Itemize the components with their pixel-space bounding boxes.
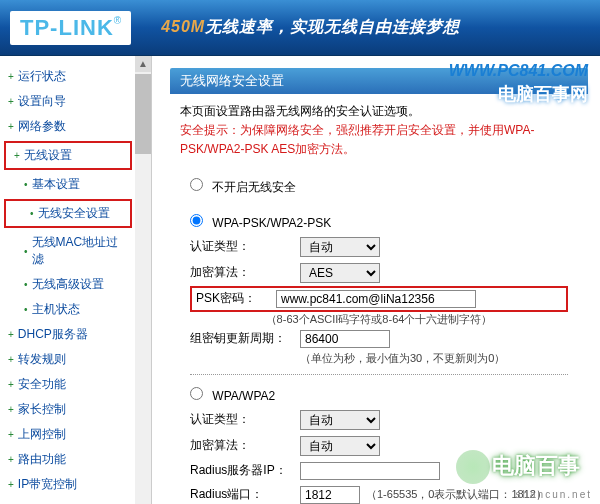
plus-icon: + (8, 479, 14, 490)
sidebar-item-label: 网络参数 (18, 118, 66, 135)
plus-icon: + (8, 121, 14, 132)
main-panel: WWW.PC841.COM 电脑百事网 电脑百事 shancun.net 无线网… (152, 56, 600, 504)
plus-icon: + (8, 454, 14, 465)
sidebar-item-4[interactable]: •基本设置 (0, 172, 136, 197)
sidebar-item-10[interactable]: +转发规则 (0, 347, 136, 372)
logo-text: TP-LINK (20, 15, 114, 40)
logo: TP-LINK® (10, 11, 131, 45)
sidebar-item-label: 设置向导 (18, 93, 66, 110)
radio-wpa-psk[interactable]: WPA-PSK/WPA2-PSK (190, 216, 331, 230)
radio-no-security[interactable]: 不开启无线安全 (190, 180, 296, 194)
radius-port-input[interactable] (300, 486, 360, 504)
sidebar-item-8[interactable]: •主机状态 (0, 297, 136, 322)
plus-icon: + (8, 329, 14, 340)
sidebar-item-label: 无线设置 (24, 147, 72, 164)
radio-wpa[interactable]: WPA/WPA2 (190, 389, 275, 403)
psk-hint: （8-63个ASCII码字符或8-64个十六进制字符） (190, 312, 568, 327)
plus-icon: + (8, 96, 14, 107)
watermark-shancun: 电脑百事 (456, 450, 580, 484)
sidebar-item-label: 转发规则 (18, 351, 66, 368)
sidebar-item-9[interactable]: +DHCP服务器 (0, 322, 136, 347)
radius-ip-label: Radius服务器IP： (190, 462, 300, 479)
psk-password-row: PSK密码： (190, 286, 568, 312)
plus-icon: + (8, 404, 14, 415)
radius-port-label: Radius端口： (190, 486, 300, 503)
auth-type-select[interactable]: 自动 (300, 237, 380, 257)
sidebar-item-6[interactable]: •无线MAC地址过滤 (0, 230, 136, 272)
sidebar-item-label: 安全功能 (18, 376, 66, 393)
sidebar-item-label: 上网控制 (18, 426, 66, 443)
sidebar-item-3[interactable]: +无线设置 (6, 143, 130, 168)
sidebar-item-label: 基本设置 (32, 176, 80, 193)
auth-type-label-2: 认证类型： (190, 411, 300, 428)
scroll-up-icon[interactable]: ▲ (135, 56, 151, 72)
scroll-thumb[interactable] (135, 74, 151, 154)
rekey-input[interactable] (300, 330, 390, 348)
sidebar-item-14[interactable]: +路由功能 (0, 447, 136, 472)
watermark-site: 电脑百事网 (498, 82, 588, 106)
auth-type-select-2[interactable]: 自动 (300, 410, 380, 430)
auth-type-label: 认证类型： (190, 238, 300, 255)
sidebar-item-label: 主机状态 (32, 301, 80, 318)
sidebar-item-label: 无线高级设置 (32, 276, 104, 293)
watermark-footer: shancun.net (516, 489, 593, 500)
dot-icon: • (24, 179, 28, 190)
sidebar-item-15[interactable]: +IP带宽控制 (0, 472, 136, 497)
sidebar-item-label: 家长控制 (18, 401, 66, 418)
sidebar-item-label: DHCP服务器 (18, 326, 88, 343)
plus-icon: + (8, 71, 14, 82)
sidebar-item-2[interactable]: +网络参数 (0, 114, 136, 139)
psk-password-input[interactable] (276, 290, 476, 308)
sidebar-item-12[interactable]: +家长控制 (0, 397, 136, 422)
plus-icon: + (8, 379, 14, 390)
sidebar-item-label: 路由功能 (18, 451, 66, 468)
sidebar-item-5[interactable]: •无线安全设置 (6, 201, 130, 226)
watermark-url: WWW.PC841.COM (449, 62, 588, 80)
rekey-hint: （单位为秒，最小值为30，不更新则为0） (190, 351, 568, 366)
plus-icon: + (8, 354, 14, 365)
sidebar-item-7[interactable]: •无线高级设置 (0, 272, 136, 297)
sidebar-item-13[interactable]: +上网控制 (0, 422, 136, 447)
sidebar-item-label: 无线安全设置 (38, 205, 110, 222)
dot-icon: • (30, 208, 34, 219)
sidebar-item-label: 运行状态 (18, 68, 66, 85)
plus-icon: + (14, 150, 20, 161)
sidebar-item-11[interactable]: +安全功能 (0, 372, 136, 397)
sidebar-item-1[interactable]: +设置向导 (0, 89, 136, 114)
encryption-label: 加密算法： (190, 264, 300, 281)
dot-icon: • (24, 279, 28, 290)
sidebar-item-label: 无线MAC地址过滤 (32, 234, 128, 268)
header: TP-LINK® 450M无线速率，实现无线自由连接梦想 (0, 0, 600, 56)
encryption-label-2: 加密算法： (190, 437, 300, 454)
radius-ip-input[interactable] (300, 462, 440, 480)
encryption-select[interactable]: AES (300, 263, 380, 283)
sidebar-scrollbar[interactable]: ▲ (135, 56, 151, 504)
sidebar-item-0[interactable]: +运行状态 (0, 64, 136, 89)
plus-icon: + (8, 429, 14, 440)
header-slogan: 450M无线速率，实现无线自由连接梦想 (161, 17, 460, 38)
sidebar-item-label: IP带宽控制 (18, 476, 77, 493)
security-warning: 安全提示：为保障网络安全，强烈推荐开启安全设置，并使用WPA-PSK/WPA2-… (180, 121, 578, 159)
encryption-select-2[interactable]: 自动 (300, 436, 380, 456)
rekey-label: 组密钥更新周期： (190, 330, 300, 347)
sidebar: +运行状态+设置向导+网络参数+无线设置•基本设置•无线安全设置•无线MAC地址… (0, 56, 152, 504)
psk-label: PSK密码： (196, 290, 276, 307)
dot-icon: • (24, 246, 28, 257)
dot-icon: • (24, 304, 28, 315)
